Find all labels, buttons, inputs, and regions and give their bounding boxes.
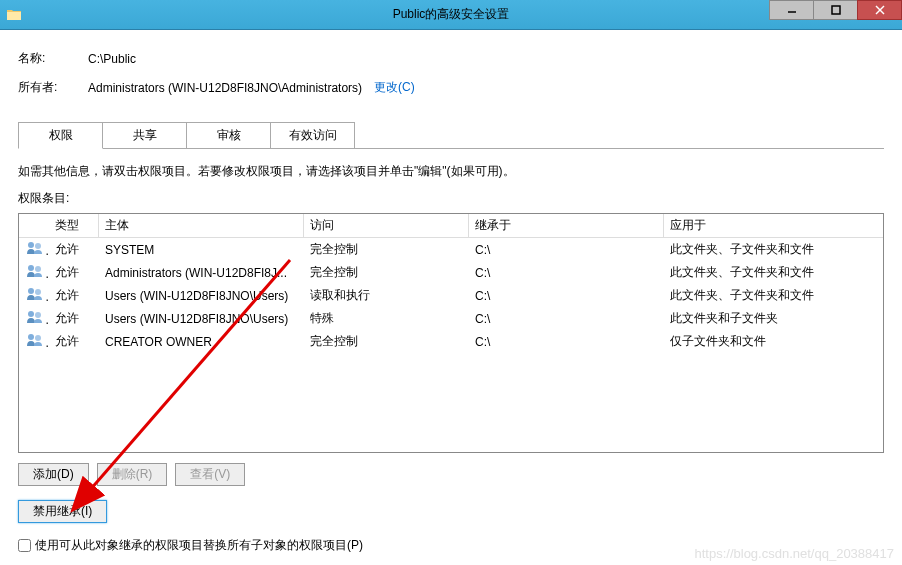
svg-point-6 xyxy=(28,265,34,271)
inherit-row: 禁用继承(I) xyxy=(18,500,884,523)
cell-type: 允许 xyxy=(49,263,99,282)
cell-access: 完全控制 xyxy=(304,240,469,259)
cell-access: 完全控制 xyxy=(304,332,469,351)
svg-point-13 xyxy=(35,335,41,341)
remove-button: 删除(R) xyxy=(97,463,168,486)
svg-point-8 xyxy=(28,288,34,294)
close-button[interactable] xyxy=(857,0,902,20)
cell-principal: Administrators (WIN-U12D8FI8J... xyxy=(99,265,304,281)
cell-principal: Users (WIN-U12D8FI8JNO\Users) xyxy=(99,311,304,327)
svg-point-7 xyxy=(35,266,41,272)
col-inherited[interactable]: 继承于 xyxy=(469,214,664,237)
svg-point-10 xyxy=(28,311,34,317)
cell-inherited: C:\ xyxy=(469,265,664,281)
cell-inherited: C:\ xyxy=(469,242,664,258)
cell-access: 读取和执行 xyxy=(304,286,469,305)
maximize-button[interactable] xyxy=(813,0,858,20)
cell-access: 完全控制 xyxy=(304,263,469,282)
replace-children-label[interactable]: 使用可从此对象继承的权限项目替换所有子对象的权限项目(P) xyxy=(35,537,363,554)
action-buttons-row: 添加(D) 删除(R) 查看(V) xyxy=(18,463,884,486)
users-icon xyxy=(19,240,49,259)
table-row[interactable]: 允许SYSTEM完全控制C:\此文件夹、子文件夹和文件 xyxy=(19,238,883,261)
cell-type: 允许 xyxy=(49,332,99,351)
table-row[interactable]: 允许Users (WIN-U12D8FI8JNO\Users)读取和执行C:\此… xyxy=(19,284,883,307)
users-icon xyxy=(19,286,49,305)
folder-icon xyxy=(6,7,22,23)
cell-inherited: C:\ xyxy=(469,334,664,350)
replace-children-checkbox[interactable] xyxy=(18,539,31,552)
cell-type: 允许 xyxy=(49,286,99,305)
cell-access: 特殊 xyxy=(304,309,469,328)
owner-label: 所有者: xyxy=(18,79,88,96)
view-button: 查看(V) xyxy=(175,463,245,486)
svg-point-5 xyxy=(35,243,41,249)
cell-type: 允许 xyxy=(49,309,99,328)
col-access[interactable]: 访问 xyxy=(304,214,469,237)
cell-inherited: C:\ xyxy=(469,311,664,327)
svg-rect-1 xyxy=(832,6,840,14)
col-principal[interactable]: 主体 xyxy=(99,214,304,237)
table-body: 允许SYSTEM完全控制C:\此文件夹、子文件夹和文件允许Administrat… xyxy=(19,238,883,353)
info-section: 名称: C:\Public 所有者: Administrators (WIN-U… xyxy=(18,30,884,118)
add-button[interactable]: 添加(D) xyxy=(18,463,89,486)
tab-auditing[interactable]: 审核 xyxy=(186,122,271,148)
name-value: C:\Public xyxy=(88,52,136,66)
cell-principal: CREATOR OWNER xyxy=(99,334,304,350)
col-type[interactable]: 类型 xyxy=(49,214,99,237)
entries-label: 权限条目: xyxy=(18,190,884,207)
cell-inherited: C:\ xyxy=(469,288,664,304)
name-label: 名称: xyxy=(18,50,88,67)
cell-applies: 此文件夹、子文件夹和文件 xyxy=(664,286,883,305)
tab-permissions[interactable]: 权限 xyxy=(18,122,103,149)
table-row[interactable]: 允许Users (WIN-U12D8FI8JNO\Users)特殊C:\此文件夹… xyxy=(19,307,883,330)
users-icon xyxy=(19,332,49,351)
svg-point-4 xyxy=(28,242,34,248)
change-owner-link[interactable]: 更改(C) xyxy=(374,79,415,96)
cell-applies: 此文件夹、子文件夹和文件 xyxy=(664,240,883,259)
permissions-table: 类型 主体 访问 继承于 应用于 允许SYSTEM完全控制C:\此文件夹、子文件… xyxy=(18,213,884,453)
watermark: https://blog.csdn.net/qq_20388417 xyxy=(695,546,895,561)
instruction-text: 如需其他信息，请双击权限项目。若要修改权限项目，请选择该项目并单击"编辑"(如果… xyxy=(18,163,884,180)
users-icon xyxy=(19,263,49,282)
window-title: Public的高级安全设置 xyxy=(393,6,510,23)
disable-inheritance-button[interactable]: 禁用继承(I) xyxy=(18,500,107,523)
tab-sharing[interactable]: 共享 xyxy=(102,122,187,148)
svg-point-12 xyxy=(28,334,34,340)
owner-value: Administrators (WIN-U12D8FI8JNO\Administ… xyxy=(88,81,362,95)
col-applies[interactable]: 应用于 xyxy=(664,214,883,237)
table-header: 类型 主体 访问 继承于 应用于 xyxy=(19,214,883,238)
cell-applies: 此文件夹和子文件夹 xyxy=(664,309,883,328)
users-icon xyxy=(19,309,49,328)
window-controls xyxy=(770,0,902,20)
tab-effective-access[interactable]: 有效访问 xyxy=(270,122,355,148)
svg-point-11 xyxy=(35,312,41,318)
minimize-button[interactable] xyxy=(769,0,814,20)
cell-applies: 此文件夹、子文件夹和文件 xyxy=(664,263,883,282)
cell-principal: Users (WIN-U12D8FI8JNO\Users) xyxy=(99,288,304,304)
titlebar: Public的高级安全设置 xyxy=(0,0,902,30)
tabs-container: 权限 共享 审核 有效访问 xyxy=(18,122,884,149)
cell-type: 允许 xyxy=(49,240,99,259)
table-row[interactable]: 允许Administrators (WIN-U12D8FI8J...完全控制C:… xyxy=(19,261,883,284)
svg-point-9 xyxy=(35,289,41,295)
cell-principal: SYSTEM xyxy=(99,242,304,258)
cell-applies: 仅子文件夹和文件 xyxy=(664,332,883,351)
table-row[interactable]: 允许CREATOR OWNER完全控制C:\仅子文件夹和文件 xyxy=(19,330,883,353)
col-icon[interactable] xyxy=(19,214,49,237)
